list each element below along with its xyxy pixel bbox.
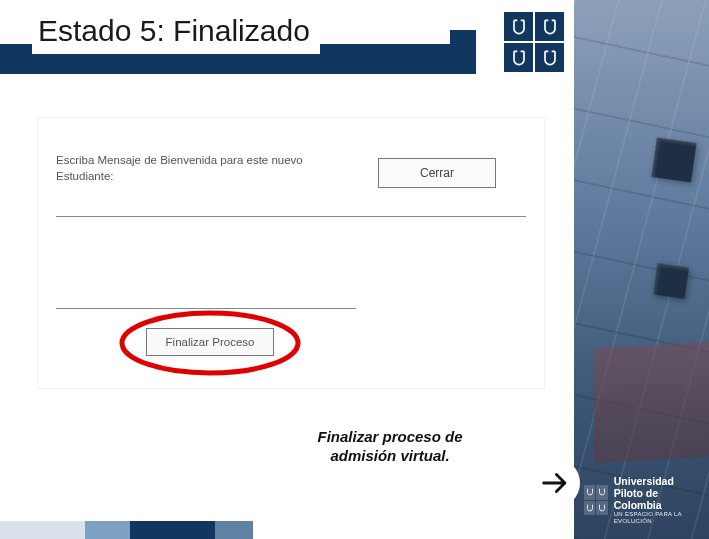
brand-tagline: UN ESPACIO PARA LA EVOLUCIÓN [614,511,699,525]
divider [56,216,526,217]
title-endcap [450,30,476,74]
divider [56,308,356,309]
logo-mark-icon [584,485,608,515]
page-title: Estado 5: Finalizado [32,10,320,54]
caption-line1: Finalizar proceso de [317,428,462,445]
footer-decoration [0,521,253,539]
app-screenshot: Escriba Mensaje de Bienvenida para este … [38,118,544,388]
arrow-right-icon [538,466,572,500]
caption-text: Finalizar proceso de admisión virtual. [280,428,500,466]
brand-mark-grid [504,12,564,72]
caption-line2: admisión virtual. [330,447,449,464]
brand-line1: Universidad [614,475,699,487]
welcome-prompt-line2: Estudiante: [56,170,114,182]
finalize-process-button[interactable]: Finalizar Proceso [146,328,274,356]
welcome-prompt: Escriba Mensaje de Bienvenida para este … [56,153,306,184]
brand-line2: Piloto de Colombia [614,487,699,511]
building-photo [574,0,709,539]
next-arrow[interactable] [530,458,580,508]
welcome-prompt-line1: Escriba Mensaje de Bienvenida para este … [56,154,303,166]
close-button[interactable]: Cerrar [378,158,496,188]
university-logo: Universidad Piloto de Colombia UN ESPACI… [584,475,699,525]
